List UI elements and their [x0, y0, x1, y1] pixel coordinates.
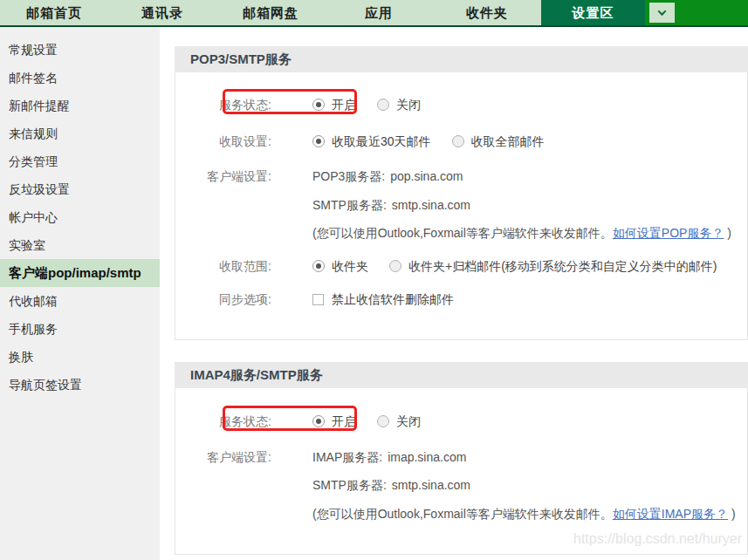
nav-tab-mail-home[interactable]: 邮箱首页: [0, 0, 108, 25]
nav-right-filler: [645, 0, 748, 25]
fetch-scope-options: 收件夹 收件夹+归档邮件(移动到系统分类和自定义分类中的邮件): [312, 257, 717, 275]
sidebar-item-signature[interactable]: 邮件签名: [0, 64, 160, 92]
fetch-all-mail-option[interactable]: 收取全部邮件: [452, 133, 545, 150]
pop3-panel-body: 服务状态: 开启 关闭 收取设置:: [175, 72, 748, 340]
client-setting-label: 客户端设置:: [175, 167, 271, 185]
pop3-status-on-option[interactable]: 开启: [312, 96, 356, 113]
sidebar-item-new-mail-alert[interactable]: 新邮件提醒: [0, 92, 160, 120]
radio-unchecked-icon: [377, 99, 389, 111]
fetch-setting-label: 收取设置:: [175, 133, 271, 150]
server-name: POP3服务器:: [312, 167, 385, 185]
service-status-label: 服务状态:: [175, 96, 271, 113]
service-status-options: 开启 关闭: [312, 96, 421, 113]
imap4-smtp-panel: IMAP4服务/SMTP服务 服务状态: 开启 关闭: [175, 362, 748, 555]
pop3-fetch-setting-row: 收取设置: 收取最近30天邮件 收取全部邮件: [175, 133, 747, 150]
sidebar-item-general[interactable]: 常规设置: [0, 36, 160, 64]
nav-tab-settings[interactable]: 设置区: [541, 0, 645, 25]
scope-inbox-archive-option[interactable]: 收件夹+归档邮件(移动到系统分类和自定义分类中的邮件): [389, 257, 717, 275]
checkbox-label: 禁止收信软件删除邮件: [332, 290, 454, 308]
imap-server-line: IMAP服务器: imap.sina.com: [312, 448, 466, 466]
client-setting-label: 客户端设置:: [175, 448, 271, 466]
imap4-status-off-option[interactable]: 关闭: [377, 413, 421, 430]
server-name: SMTP服务器:: [312, 196, 387, 214]
fetch-setting-options: 收取最近30天邮件 收取全部邮件: [312, 133, 545, 150]
sidebar-item-labs[interactable]: 实验室: [0, 231, 160, 259]
forbid-delete-checkbox-option[interactable]: 禁止收信软件删除邮件: [312, 290, 454, 308]
imap4-panel-title: IMAP4服务/SMTP服务: [175, 362, 748, 388]
pop3-service-status-row: 服务状态: 开启 关闭: [175, 96, 747, 113]
sidebar-item-account-center[interactable]: 帐户中心: [0, 203, 160, 231]
radio-checked-icon: [312, 99, 325, 111]
sync-option-label: 同步选项:: [175, 290, 271, 308]
client-setting-details: IMAP服务器: imap.sina.com SMTP服务器: smtp.sin…: [312, 448, 736, 522]
client-note: (您可以使用Outlook,Foxmail等客户端软件来收发邮件。如何设置POP…: [312, 224, 731, 242]
imap4-service-status-row: 服务状态: 开启 关闭: [175, 413, 747, 430]
imap4-panel-body: 服务状态: 开启 关闭 客户端设置:: [175, 388, 748, 555]
settings-dropdown-button[interactable]: [649, 3, 675, 23]
sidebar-item-fetch-mailbox[interactable]: 代收邮箱: [0, 287, 160, 315]
imap4-status-on-option[interactable]: 开启: [312, 413, 356, 430]
radio-checked-icon: [312, 260, 325, 272]
fetch-scope-label: 收取范围:: [175, 257, 271, 275]
radio-option-label: 关闭: [396, 413, 421, 430]
nav-tab-inbox[interactable]: 收件夹: [433, 0, 541, 25]
radio-unchecked-icon: [377, 415, 389, 427]
checkbox-unchecked-icon: [312, 294, 324, 305]
radio-unchecked-icon: [452, 135, 464, 147]
sync-option-value: 禁止收信软件删除邮件: [312, 290, 454, 308]
note-text: (您可以使用Outlook,Foxmail等客户端软件来收发邮件。: [312, 226, 613, 240]
server-address: imap.sina.com: [388, 448, 466, 466]
imap4-client-setting-row: 客户端设置: IMAP服务器: imap.sina.com SMTP服务器: s…: [175, 448, 747, 522]
radio-option-label: 收件夹+归档邮件(移动到系统分类和自定义分类中的邮件): [408, 257, 717, 275]
note-text: ): [727, 226, 731, 240]
note-text: ): [731, 507, 736, 521]
watermark-text: https://blog.csdn.net/huryer: [573, 531, 742, 547]
pop3-status-off-option[interactable]: 关闭: [377, 96, 421, 113]
chevron-down-icon: [658, 7, 667, 16]
fetch-recent-30-days-option[interactable]: 收取最近30天邮件: [312, 133, 431, 150]
sidebar-item-mobile-service[interactable]: 手机服务: [0, 315, 160, 343]
radio-checked-icon: [312, 135, 325, 147]
how-to-set-imap-link[interactable]: 如何设置IMAP服务？: [613, 507, 728, 521]
scope-inbox-option[interactable]: 收件夹: [312, 257, 368, 275]
radio-option-label: 开启: [332, 413, 356, 430]
radio-option-label: 收取全部邮件: [471, 133, 545, 150]
sidebar-item-mail-rules[interactable]: 来信规则: [0, 120, 160, 147]
sidebar-item-category[interactable]: 分类管理: [0, 147, 160, 175]
server-address: smtp.sina.com: [392, 476, 470, 494]
radio-option-label: 关闭: [396, 96, 421, 113]
pop3-server-line: POP3服务器: pop.sina.com: [312, 167, 463, 185]
server-address: smtp.sina.com: [392, 196, 470, 214]
nav-tab-apps[interactable]: 应用: [325, 0, 433, 25]
sidebar-item-nav-tabs-setting[interactable]: 导航页签设置: [0, 371, 160, 399]
client-setting-details: POP3服务器: pop.sina.com SMTP服务器: smtp.sina…: [312, 167, 731, 242]
how-to-set-pop-link[interactable]: 如何设置POP服务？: [613, 226, 724, 240]
pop3-client-setting-row: 客户端设置: POP3服务器: pop.sina.com SMTP服务器: sm…: [175, 167, 747, 242]
client-note: (您可以使用Outlook,Foxmail等客户端软件来收发邮件。如何设置IMA…: [312, 505, 736, 522]
nav-tab-contacts[interactable]: 通讯录: [108, 0, 216, 25]
server-name: IMAP服务器:: [312, 448, 382, 466]
smtp-server-line: SMTP服务器: smtp.sina.com: [312, 476, 470, 494]
server-name: SMTP服务器:: [312, 476, 387, 494]
sidebar-item-antispam[interactable]: 反垃圾设置: [0, 175, 160, 203]
main-content: POP3/SMTP服务 服务状态: 开启 关闭: [175, 27, 748, 560]
sidebar-item-skin[interactable]: 换肤: [0, 343, 160, 371]
pop3-smtp-panel: POP3/SMTP服务 服务状态: 开启 关闭: [175, 46, 748, 340]
pop3-fetch-scope-row: 收取范围: 收件夹 收件夹+归档邮件(移动到系统分类和自定义分类中的邮件): [175, 257, 747, 275]
pop3-panel-title: POP3/SMTP服务: [175, 46, 748, 72]
radio-unchecked-icon: [389, 260, 401, 272]
service-status-label: 服务状态:: [175, 413, 271, 430]
nav-tab-netdisk[interactable]: 邮箱网盘: [216, 0, 325, 25]
service-status-options: 开启 关闭: [312, 413, 421, 430]
settings-sidebar: 常规设置 邮件签名 新邮件提醒 来信规则 分类管理 反垃圾设置 帐户中心 实验室…: [0, 27, 160, 560]
sidebar-item-client-pop-imap-smtp[interactable]: 客户端pop/imap/smtp: [0, 259, 160, 287]
smtp-server-line: SMTP服务器: smtp.sina.com: [312, 196, 470, 214]
radio-option-label: 收件夹: [332, 257, 368, 275]
pop3-sync-option-row: 同步选项: 禁止收信软件删除邮件: [175, 290, 747, 308]
note-text: (您可以使用Outlook,Foxmail等客户端软件来收发邮件。: [312, 507, 613, 521]
radio-option-label: 收取最近30天邮件: [332, 133, 431, 150]
radio-checked-icon: [312, 415, 325, 427]
radio-option-label: 开启: [332, 96, 356, 113]
top-navigation: 邮箱首页 通讯录 邮箱网盘 应用 收件夹 设置区: [0, 0, 748, 27]
server-address: pop.sina.com: [390, 167, 463, 185]
